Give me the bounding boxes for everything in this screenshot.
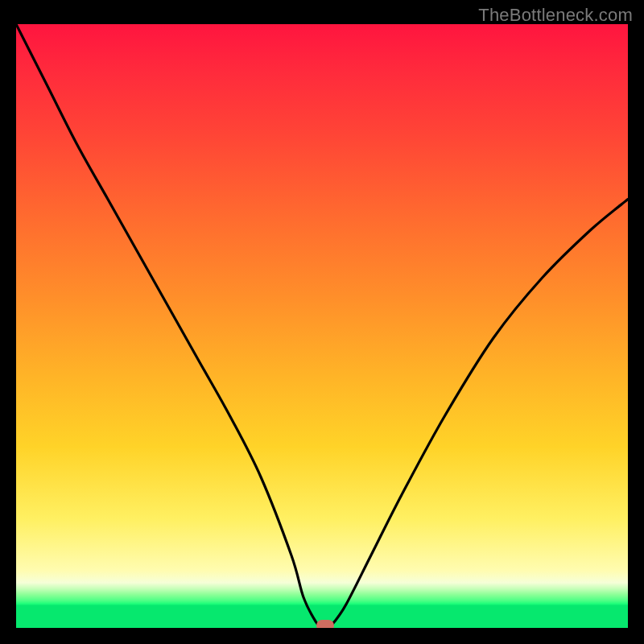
curve-layer xyxy=(16,24,628,628)
watermark-text: TheBottleneck.com xyxy=(478,5,633,26)
bottleneck-curve-path xyxy=(16,24,628,628)
optimal-marker xyxy=(316,620,334,628)
plot-area xyxy=(16,24,628,628)
chart-frame: TheBottleneck.com xyxy=(0,0,644,644)
